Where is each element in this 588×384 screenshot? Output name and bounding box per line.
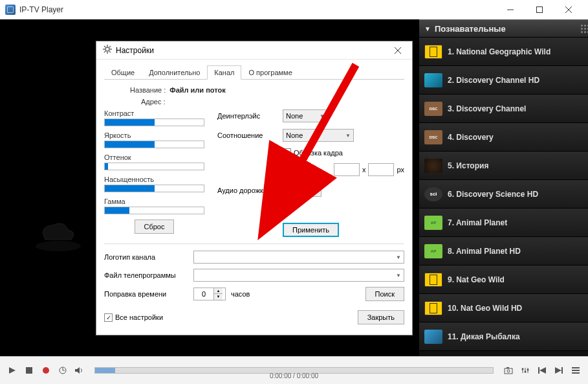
channel-item[interactable]: AP8. Animal Planet HD: [419, 237, 588, 265]
channel-item[interactable]: AP7. Animal Planet: [419, 209, 588, 237]
channel-logo: [424, 159, 442, 173]
contrast-slider[interactable]: [104, 119, 204, 126]
search-button[interactable]: Поиск: [365, 287, 404, 301]
svg-rect-12: [505, 368, 512, 374]
channel-label: 7. Animal Planet: [448, 218, 507, 227]
crop-width-input[interactable]: [334, 163, 360, 176]
snapshot-button[interactable]: [501, 363, 516, 378]
channel-item[interactable]: 11. Дикая Рыбалка: [419, 322, 588, 351]
logo-label: Логотип канала: [104, 253, 188, 261]
px-suffix: px: [397, 166, 404, 174]
drag-handle-icon[interactable]: [581, 25, 583, 33]
svg-point-7: [43, 367, 49, 374]
settings2-button[interactable]: [518, 363, 532, 378]
all-settings-checkbox[interactable]: ✓ Все настройки: [104, 313, 163, 322]
spin-up[interactable]: ▲: [214, 288, 223, 294]
video-placeholder-icon: [32, 214, 84, 254]
channel-item[interactable]: 2. Discovery Channel HD: [419, 66, 588, 95]
channel-label: 8. Animal Planet HD: [448, 247, 521, 256]
tab-о программе[interactable]: О программе: [241, 65, 299, 80]
reset-button[interactable]: Сброс: [135, 220, 175, 234]
camera-icon: [504, 367, 513, 374]
clock-icon: [59, 367, 67, 374]
maximize-button[interactable]: [525, 0, 554, 19]
progress-fill: [95, 368, 115, 373]
time-offset-label: Поправка времени: [104, 290, 188, 298]
playlist-button[interactable]: [569, 363, 583, 378]
channel-item[interactable]: 10. Nat Geo Wild HD: [419, 294, 588, 322]
record-button[interactable]: [39, 363, 53, 378]
prev-button[interactable]: [535, 363, 549, 378]
svg-point-19: [525, 371, 527, 373]
channel-list[interactable]: 1. National Geographic Wild2. Discovery …: [419, 38, 588, 356]
svg-line-34: [109, 51, 111, 52]
crop-height-input[interactable]: [368, 163, 394, 176]
next-button[interactable]: [552, 363, 566, 378]
channel-label: 2. Discovery Channel HD: [448, 76, 539, 85]
channel-logo: [424, 73, 442, 87]
ratio-select[interactable]: None▼: [283, 129, 354, 142]
svg-point-4: [36, 241, 81, 251]
checkbox-box: ✓: [104, 313, 113, 322]
close-icon: [395, 47, 401, 54]
channel-item[interactable]: sci6. Discovery Science HD: [419, 180, 588, 209]
prev-icon: [538, 367, 546, 374]
hue-slider[interactable]: [104, 163, 204, 170]
gear-icon: [103, 45, 112, 56]
svg-marker-21: [539, 367, 546, 374]
spin-down[interactable]: ▼: [214, 294, 223, 300]
stop-button[interactable]: [22, 363, 36, 378]
svg-line-36: [104, 51, 105, 52]
dialog-tabs: ОбщиеДополнительноКаналО программе: [104, 65, 404, 80]
svg-line-35: [109, 46, 111, 47]
chevron-down-icon: ▼: [424, 25, 431, 32]
tab-канал[interactable]: Канал: [207, 65, 241, 80]
channel-item[interactable]: 5. История: [419, 152, 588, 180]
epg-select[interactable]: ▼: [193, 269, 404, 282]
svg-rect-24: [561, 367, 563, 374]
maximize-icon: [536, 6, 543, 13]
gamma-label: Гамма: [104, 198, 204, 205]
dialog-titlebar: Настройки: [96, 41, 412, 60]
address-label: Адрес :: [141, 98, 166, 106]
play-button[interactable]: [5, 363, 19, 378]
minimize-icon: [507, 6, 514, 13]
time-offset-input[interactable]: [194, 290, 213, 298]
channel-item[interactable]: 1. National Geographic Wild: [419, 38, 588, 66]
channel-item[interactable]: DSC4. Discovery: [419, 123, 588, 152]
channel-logo: [424, 330, 442, 344]
sidebar-header[interactable]: ▼ Познавательные: [419, 19, 588, 38]
list-icon: [572, 367, 580, 374]
audio-track-select[interactable]: ▼: [283, 184, 321, 197]
hours-label: часов: [231, 290, 250, 298]
window-buttons: [495, 0, 583, 19]
deinterlace-select[interactable]: None▼: [283, 109, 328, 122]
close-icon: [565, 6, 572, 13]
gamma-slider[interactable]: [104, 207, 204, 214]
channel-item[interactable]: DSC3. Discovery Channel: [419, 95, 588, 123]
tab-общие[interactable]: Общие: [104, 65, 142, 80]
channel-item[interactable]: 9. Nat Geo Wild: [419, 265, 588, 294]
time-offset-spinner[interactable]: ▲▼: [193, 288, 226, 300]
channel-label: 4. Discovery: [448, 133, 494, 142]
stop-icon: [26, 367, 32, 374]
logo-select[interactable]: ▼: [193, 251, 404, 264]
dialog-close-button[interactable]: [390, 43, 406, 58]
tab-дополнительно[interactable]: Дополнительно: [142, 65, 207, 80]
dialog-title: Настройки: [116, 46, 154, 55]
svg-marker-11: [75, 367, 80, 374]
close-dialog-button[interactable]: Закрыть: [358, 310, 404, 324]
channel-logo: AP: [424, 216, 442, 230]
saturation-slider[interactable]: [104, 185, 204, 192]
close-button[interactable]: [554, 0, 583, 19]
channel-logo: [424, 301, 442, 315]
svg-marker-5: [9, 367, 16, 374]
apply-button[interactable]: Применить: [283, 223, 339, 237]
schedule-button[interactable]: [56, 363, 70, 378]
crop-checkbox[interactable]: Обрезка кадра: [283, 148, 343, 157]
minimize-button[interactable]: [495, 0, 525, 19]
channel-logo: DSC: [424, 102, 442, 116]
volume-button[interactable]: [72, 363, 87, 378]
channel-logo: [424, 273, 442, 287]
brightness-slider[interactable]: [104, 141, 204, 148]
